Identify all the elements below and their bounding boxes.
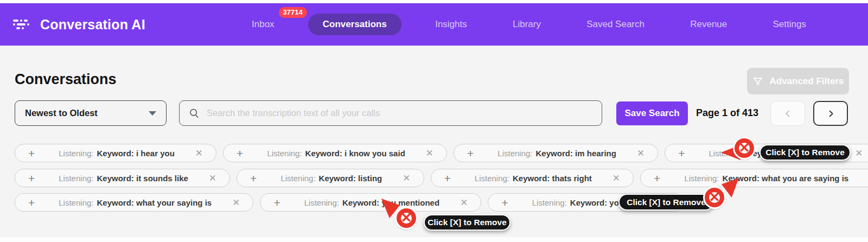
filter-chip-label: Listening:Keyword: listing — [280, 174, 382, 183]
filter-chip-label: Listening:Keyword: im hearing — [497, 149, 616, 158]
filter-chip: + Listening:Keyword: thats right ✕ — [431, 169, 634, 187]
add-filter-icon[interactable]: + — [28, 148, 35, 159]
filter-chip-label: Listening:Keyword: what your saying is — [59, 198, 212, 207]
filter-chip-label: Listening:Keyword: i know you said — [267, 149, 405, 158]
sort-value: Newest to Oldest — [25, 108, 98, 118]
add-filter-icon[interactable]: + — [28, 197, 35, 208]
filter-chip: + Listening:Keyword: you mentioned ✕ — [260, 193, 481, 212]
filter-chip: + Listening:Keyword: i know you said ✕ — [223, 144, 447, 162]
filter-chip-label: Listening:Keyword: you mentioned — [304, 198, 439, 207]
filter-chip: + Listening:Keyword: listing ✕ — [237, 169, 424, 187]
add-filter-icon[interactable]: + — [273, 197, 280, 208]
filter-chip: + Listening:Keyword: what your saying is… — [15, 193, 253, 212]
nav-item-saved-search[interactable]: Saved Search — [575, 14, 656, 35]
bottom-strip — [0, 237, 868, 242]
add-filter-icon[interactable]: + — [467, 148, 474, 159]
remove-filter-icon[interactable]: ✕ — [232, 198, 240, 207]
funnel-icon — [752, 76, 763, 87]
nav-item-library[interactable]: Library — [501, 14, 553, 35]
top-navbar: Conversation AI Inbox 37714 Conversation… — [0, 3, 868, 46]
remove-filter-icon[interactable]: ✕ — [209, 174, 216, 183]
filter-chip: + Listening:Keyword: i hear you ✕ — [15, 144, 216, 162]
annotation-tooltip-1: Click [X] to Remove — [760, 144, 851, 161]
remove-x-badge-icon: ✕ — [735, 138, 754, 158]
add-filter-icon[interactable]: + — [250, 173, 257, 184]
nav-item-conversations[interactable]: Conversations — [308, 14, 401, 35]
prev-page-button[interactable] — [770, 101, 805, 126]
sort-dropdown[interactable]: Newest to Oldest — [15, 100, 167, 126]
remove-filter-icon[interactable]: ✕ — [637, 149, 644, 158]
remove-filter-icon[interactable]: ✕ — [426, 149, 433, 158]
remove-filter-icon[interactable]: ✕ — [855, 149, 863, 158]
filter-chip: + Listening:Keyword: im hearing ✕ — [454, 144, 658, 162]
chevron-left-icon — [784, 110, 792, 118]
unread-count-badge: 37714 — [279, 7, 307, 18]
filter-chip-row-3: + Listening:Keyword: what your saying is… — [15, 193, 684, 212]
filter-chip-row-2: + Listening:Keyword: it sounds like ✕ + … — [15, 169, 868, 187]
annotation-tooltip-2: Click [X] to Remove — [618, 194, 714, 211]
brand-logo[interactable]: Conversation AI — [13, 17, 145, 33]
filter-chip-label: Listening:Keyword: thats right — [475, 174, 592, 183]
advanced-filters-button[interactable]: Advanced Filters — [747, 68, 849, 94]
page-indicator: Page 1 of 413 — [696, 107, 758, 119]
nav-item-insights[interactable]: Insights — [423, 14, 479, 35]
filter-chip-label: Listening:Keyword: i hear you — [59, 149, 175, 158]
search-box — [179, 100, 602, 126]
filter-chip: + Listening:Keyword: what you are saying… — [640, 169, 868, 187]
add-filter-icon[interactable]: + — [444, 173, 451, 184]
caret-down-icon — [149, 111, 156, 116]
add-filter-icon[interactable]: + — [28, 173, 35, 184]
conversation-ai-icon — [13, 20, 33, 29]
app-window: Conversation AI Inbox 37714 Conversation… — [0, 0, 868, 242]
add-filter-icon[interactable]: + — [678, 148, 685, 159]
remove-filter-icon[interactable]: ✕ — [460, 198, 468, 207]
remove-filter-icon[interactable]: ✕ — [612, 174, 620, 183]
chevron-right-icon — [827, 110, 835, 118]
remove-x-badge-icon: ✕ — [705, 188, 724, 207]
filter-chip: + Listening:Keyword: it sounds like ✕ — [15, 169, 230, 187]
search-icon — [188, 107, 200, 119]
page-title: Conversations — [15, 71, 117, 88]
filter-chip-label: Listening:Keyword: it sounds like — [59, 174, 188, 183]
add-filter-icon[interactable]: + — [237, 148, 243, 159]
nav-item-inbox[interactable]: Inbox 37714 — [240, 14, 286, 35]
remove-x-badge-icon: ✕ — [397, 208, 416, 228]
nav-item-settings[interactable]: Settings — [761, 14, 818, 35]
annotation-tooltip-3: Click [X] to Remove — [424, 214, 510, 231]
save-search-button[interactable]: Save Search — [616, 101, 688, 125]
add-filter-icon[interactable]: + — [654, 173, 660, 184]
remove-filter-icon[interactable]: ✕ — [195, 149, 203, 158]
nav: Inbox 37714 Conversations Insights Libra… — [240, 3, 818, 46]
next-page-button[interactable] — [813, 101, 848, 126]
advanced-filters-label: Advanced Filters — [770, 76, 844, 87]
filter-chip-label: Listening:Keyword: what you are saying i… — [684, 174, 848, 183]
add-filter-icon[interactable]: + — [501, 197, 508, 208]
nav-item-revenue[interactable]: Revenue — [678, 14, 739, 35]
search-input[interactable] — [207, 108, 593, 118]
brand-name: Conversation AI — [40, 17, 145, 33]
remove-filter-icon[interactable]: ✕ — [403, 174, 410, 183]
